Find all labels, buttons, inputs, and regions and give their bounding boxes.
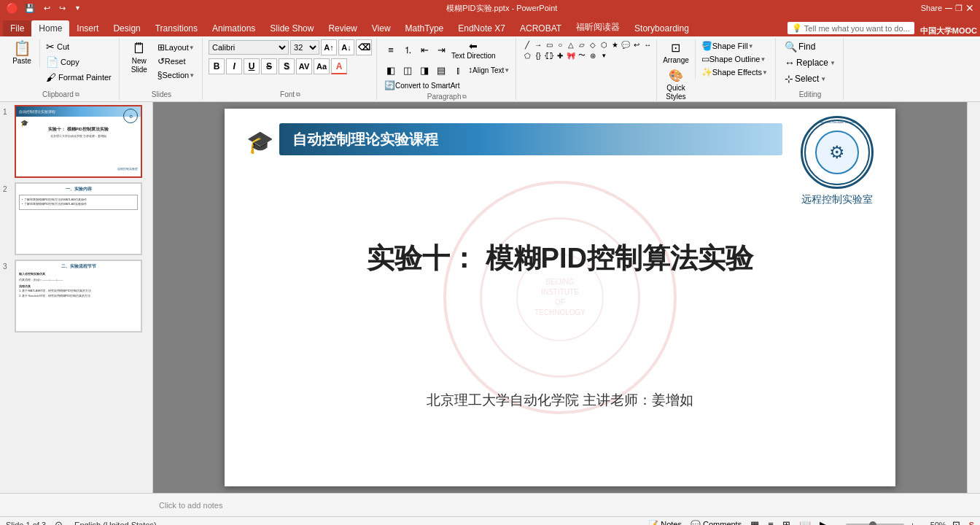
paste-button[interactable]: 📋 Paste	[7, 39, 36, 67]
shapes-more[interactable]: ▼	[599, 50, 609, 61]
tab-view[interactable]: View	[365, 20, 398, 36]
font-case-button[interactable]: Aa	[314, 58, 330, 74]
section-dropdown[interactable]: ▼	[189, 72, 195, 79]
tab-animations[interactable]: Animations	[205, 20, 262, 36]
convert-smartart-button[interactable]: 🔄 Convert to SmartArt	[383, 79, 461, 91]
tab-slideshow[interactable]: Slide Show	[262, 20, 321, 36]
outline-view-button[interactable]: ≡	[765, 518, 777, 525]
slide-thumb-img-1[interactable]: 自动控制理论实验课程 🎓 ⚙ 实验十： 模糊PID控制算法实验 北京理工大学自动…	[15, 105, 142, 178]
canvas-area[interactable]: 🎓 自动控制理论实验课程 ⚙ Internet Post-Graduate In…	[153, 102, 967, 493]
tell-me-box[interactable]: 💡 Tell me what you want to do...	[788, 22, 914, 34]
shape-cross[interactable]: ✚	[555, 50, 565, 61]
tab-file[interactable]: File	[3, 20, 31, 36]
clear-format-button[interactable]: ⌫	[356, 39, 372, 55]
align-right-button[interactable]: ◨	[416, 62, 432, 78]
slide-thumb-img-2[interactable]: 一、实验内容 • 了解和掌握模糊PID控制方法的MATLAB仿真操作 • 了解和…	[15, 182, 142, 255]
accessibility-icon[interactable]: ⊙	[55, 519, 63, 525]
notes-placeholder[interactable]: Click to add notes	[0, 501, 980, 510]
fit-slide-button[interactable]: ⊡	[949, 518, 963, 525]
tab-review[interactable]: Review	[321, 20, 364, 36]
align-text-button[interactable]: ↕ Align Text ▼	[467, 64, 511, 76]
find-button[interactable]: 🔍 Find	[782, 39, 818, 54]
slide-thumbnail-3[interactable]: 3 二、实验流程节节 输入你控制实验仿真 仿真流程：(f(x))= ——+——+…	[3, 260, 149, 332]
slide-thumbnail-1[interactable]: 1 自动控制理论实验课程 🎓 ⚙ 实验十： 模糊PID控制算法实验 北京理工大学…	[3, 105, 149, 178]
shape-wave[interactable]: 〜	[577, 50, 587, 61]
tab-insert[interactable]: Insert	[69, 20, 106, 36]
shape-double-arrow[interactable]: ↔	[642, 39, 653, 50]
comments-button[interactable]: 💬 Comments	[688, 519, 744, 525]
slideshow-button[interactable]: ▶	[817, 518, 830, 525]
tab-acrobat[interactable]: ACROBAT	[513, 20, 569, 36]
tab-storyboard[interactable]: Storyboarding	[627, 20, 696, 36]
shape-arrow[interactable]: →	[533, 39, 543, 50]
shape-brace[interactable]: ⦃⦄	[544, 50, 554, 61]
slide-thumb-img-3[interactable]: 二、实验流程节节 输入你控制实验仿真 仿真流程：(f(x))= ——+——+——…	[15, 260, 142, 332]
shape-circle[interactable]: ○	[555, 39, 565, 50]
shape-bent-arrow[interactable]: ↩	[631, 39, 642, 50]
shape-line[interactable]: ╱	[522, 39, 532, 50]
shape-star[interactable]: ★	[610, 39, 620, 50]
zoom-in-button[interactable]: +	[907, 520, 917, 526]
increase-indent-button[interactable]: ⇥	[433, 42, 449, 58]
layout-dropdown[interactable]: ▼	[189, 44, 195, 51]
align-left-button[interactable]: ◧	[383, 62, 399, 78]
slide-main-title[interactable]: 实验十： 模糊PID控制算法实验	[367, 240, 753, 277]
arrange-button[interactable]: ⊡ Arrange	[660, 39, 692, 66]
quick-styles-button[interactable]: 🎨 QuickStyles	[660, 67, 692, 103]
tab-home[interactable]: Home	[31, 20, 69, 36]
strikethrough-button[interactable]: S	[261, 58, 277, 74]
shape-pentagon[interactable]: ⬠	[522, 50, 532, 61]
close-button[interactable]: ✕	[965, 2, 974, 14]
text-shadow-button[interactable]: S	[279, 58, 295, 74]
notes-button[interactable]: 📝 Notes	[645, 519, 685, 525]
bold-button[interactable]: B	[209, 58, 225, 74]
font-size-select[interactable]: 32	[290, 40, 319, 55]
reading-view-button[interactable]: 📖	[796, 518, 814, 525]
shape-rect[interactable]: ▭	[544, 39, 554, 50]
numbering-button[interactable]: ⒈	[400, 42, 416, 58]
paragraph-expand[interactable]: ⧉	[462, 93, 467, 101]
quick-save[interactable]: 💾	[23, 3, 37, 14]
slide-thumbnail-2[interactable]: 2 一、实验内容 • 了解和掌握模糊PID控制方法的MATLAB仿真操作 • 了…	[3, 182, 149, 255]
text-direction-button[interactable]: ⬅ Text Direction	[450, 39, 497, 61]
normal-view-button[interactable]: ▦	[747, 518, 762, 525]
shape-custom[interactable]: ⊛	[588, 50, 598, 61]
customize-qa[interactable]: ▼	[72, 4, 83, 12]
underline-button[interactable]: U	[244, 58, 260, 74]
zoom-out-button[interactable]: −	[833, 520, 843, 526]
shape-fill-button[interactable]: 🪣 Shape Fill ▼	[699, 39, 771, 52]
quick-undo[interactable]: ↩	[42, 3, 52, 14]
language-indicator[interactable]: English (United States)	[71, 520, 160, 526]
section-button[interactable]: § Section ▼	[155, 69, 198, 82]
tab-mathtype[interactable]: MathType	[398, 20, 451, 36]
quick-redo[interactable]: ↪	[57, 3, 68, 14]
font-expand[interactable]: ⧉	[296, 91, 300, 98]
align-center-button[interactable]: ◫	[400, 62, 416, 78]
tab-endnote[interactable]: EndNote X7	[451, 20, 513, 36]
restore-button[interactable]: ❐	[955, 4, 962, 13]
shape-diamond[interactable]: ◇	[588, 39, 598, 50]
tab-foxit[interactable]: 福昕阅读器	[569, 18, 627, 36]
bullets-button[interactable]: ≡	[383, 42, 399, 58]
char-spacing-button[interactable]: AV	[296, 58, 312, 74]
new-slide-button[interactable]: 🗒 NewSlide	[125, 39, 153, 76]
copy-button[interactable]: 📄 Copy	[43, 55, 114, 69]
shape-ribbon[interactable]: 🎀	[566, 50, 576, 61]
shape-hexagon[interactable]: ⬡	[599, 39, 609, 50]
justify-button[interactable]: ▤	[433, 62, 449, 78]
decrease-font-button[interactable]: A↓	[338, 39, 354, 55]
increase-font-button[interactable]: A↑	[321, 39, 337, 55]
shape-bracket[interactable]: {}	[533, 50, 543, 61]
font-name-select[interactable]: Calibri	[209, 40, 289, 55]
shape-callout[interactable]: 💬	[621, 39, 631, 50]
cut-button[interactable]: ✂ Cut	[43, 39, 114, 54]
select-button[interactable]: ⊹ Select ▼	[782, 71, 829, 86]
layout-button[interactable]: ⊞ Layout ▼	[155, 41, 198, 54]
slide-subtitle[interactable]: 北京理工大学自动化学院 主讲老师：姜增如	[427, 391, 693, 410]
italic-button[interactable]: I	[226, 58, 242, 74]
slidesorter-button[interactable]: ⊞	[779, 518, 793, 525]
decrease-indent-button[interactable]: ⇤	[416, 42, 432, 58]
share-button[interactable]: Share	[921, 4, 942, 12]
shape-effects-button[interactable]: ✨ Shape Effects ▼	[699, 66, 771, 79]
reset-button[interactable]: ↺ Reset	[155, 55, 198, 68]
